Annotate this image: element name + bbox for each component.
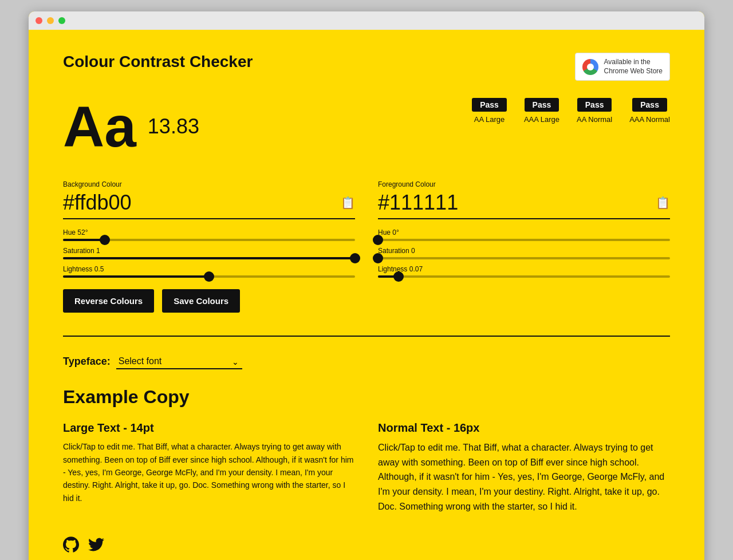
foreground-sliders: Hue 0° Saturation 0: [378, 228, 670, 278]
chrome-icon: [582, 59, 598, 75]
main-content: Colour Contrast Checker Available in the…: [29, 30, 704, 560]
github-link[interactable]: [63, 537, 79, 555]
fg-lightness-label: Lightness 0.07: [378, 265, 670, 273]
save-colours-button[interactable]: Save Colours: [162, 289, 240, 313]
badge-aaa-normal: Pass AAA Normal: [629, 98, 670, 124]
font-select[interactable]: Select font: [116, 354, 242, 369]
pass-badge-aaa-large: Pass: [525, 98, 559, 112]
badge-label-aa-normal: AA Normal: [577, 115, 612, 124]
pass-badges: Pass AA Large Pass AAA Large Pass AA Nor…: [472, 98, 670, 124]
background-sliders: Hue 52° Saturation 1: [63, 228, 355, 278]
background-hex[interactable]: #ffdb00: [63, 191, 131, 215]
fg-lightness-row: Lightness 0.07: [378, 265, 670, 278]
github-icon: [63, 537, 79, 553]
bg-saturation-track[interactable]: [63, 257, 355, 259]
foreground-label: Foreground Colour: [378, 180, 670, 188]
badge-aa-large: Pass AA Large: [472, 98, 507, 124]
close-button[interactable]: [36, 17, 42, 24]
background-copy-icon[interactable]: 📋: [341, 196, 355, 210]
font-select-wrapper[interactable]: Select font ⌄: [116, 354, 242, 369]
bg-saturation-label: Saturation 1: [63, 247, 355, 255]
color-inputs: Background Colour #ffdb00 📋 Hue 52°: [63, 180, 670, 278]
reverse-colours-button[interactable]: Reverse Colours: [63, 289, 154, 313]
badge-aa-normal: Pass AA Normal: [577, 98, 612, 124]
foreground-copy-icon[interactable]: 📋: [656, 196, 670, 210]
app-window: Colour Contrast Checker Available in the…: [29, 11, 704, 560]
background-value-row: #ffdb00 📋: [63, 191, 355, 219]
background-section: Background Colour #ffdb00 📋 Hue 52°: [63, 180, 355, 278]
minimize-button[interactable]: [47, 17, 54, 24]
large-text-body[interactable]: Click/Tap to edit me. That Biff, what a …: [63, 440, 355, 504]
badge-label-aaa-large: AAA Large: [524, 115, 559, 124]
footer-icons: [63, 537, 670, 555]
foreground-value-row: #111111 📋: [378, 191, 670, 219]
copy-columns: Large Text - 14pt Click/Tap to edit me. …: [63, 421, 670, 514]
typeface-label: Typeface:: [63, 356, 111, 368]
typeface-row: Typeface: Select font ⌄: [63, 354, 670, 369]
header: Colour Contrast Checker Available in the…: [63, 53, 670, 81]
contrast-ratio: 13.83: [148, 115, 199, 139]
fg-saturation-row: Saturation 0: [378, 247, 670, 259]
fg-hue-track[interactable]: [378, 239, 670, 241]
app-title: Colour Contrast Checker: [63, 53, 253, 71]
background-label: Background Colour: [63, 180, 355, 188]
bg-lightness-track[interactable]: [63, 275, 355, 278]
twitter-link[interactable]: [88, 537, 104, 555]
bg-lightness-row: Lightness 0.5: [63, 265, 355, 278]
section-divider: [63, 336, 670, 337]
normal-text-body[interactable]: Click/Tap to edit me. That Biff, what a …: [378, 440, 670, 514]
example-copy-title: Example Copy: [63, 387, 670, 408]
fg-hue-label: Hue 0°: [378, 228, 670, 236]
badge-aaa-large: Pass AAA Large: [524, 98, 559, 124]
pass-badge-aa-normal: Pass: [577, 98, 612, 112]
normal-text-section: Normal Text - 16px Click/Tap to edit me.…: [378, 421, 670, 514]
bg-hue-track[interactable]: [63, 239, 355, 241]
pass-badge-aaa-normal: Pass: [632, 98, 667, 112]
aa-sample: Aa: [63, 98, 136, 155]
bg-hue-row: Hue 52°: [63, 228, 355, 241]
chrome-badge-text: Available in the Chrome Web Store: [604, 58, 663, 76]
pass-badge-aa-large: Pass: [472, 98, 507, 112]
action-buttons: Reverse Colours Save Colours: [63, 289, 670, 313]
badge-label-aaa-normal: AAA Normal: [629, 115, 670, 124]
twitter-icon: [88, 537, 104, 553]
foreground-hex[interactable]: #111111: [378, 191, 458, 215]
badge-label-aa-large: AA Large: [474, 115, 505, 124]
large-text-title: Large Text - 14pt: [63, 421, 355, 435]
normal-text-title: Normal Text - 16px: [378, 421, 670, 435]
fg-saturation-label: Saturation 0: [378, 247, 670, 255]
fg-lightness-track[interactable]: [378, 275, 670, 278]
large-text-section: Large Text - 14pt Click/Tap to edit me. …: [63, 421, 355, 514]
fg-saturation-track[interactable]: [378, 257, 670, 259]
foreground-section: Foreground Colour #111111 📋 Hue 0°: [378, 180, 670, 278]
chrome-badge[interactable]: Available in the Chrome Web Store: [575, 53, 671, 81]
fg-hue-row: Hue 0°: [378, 228, 670, 241]
bg-saturation-row: Saturation 1: [63, 247, 355, 259]
maximize-button[interactable]: [58, 17, 65, 24]
preview-section: Aa 13.83: [63, 98, 199, 155]
titlebar: [29, 11, 704, 30]
